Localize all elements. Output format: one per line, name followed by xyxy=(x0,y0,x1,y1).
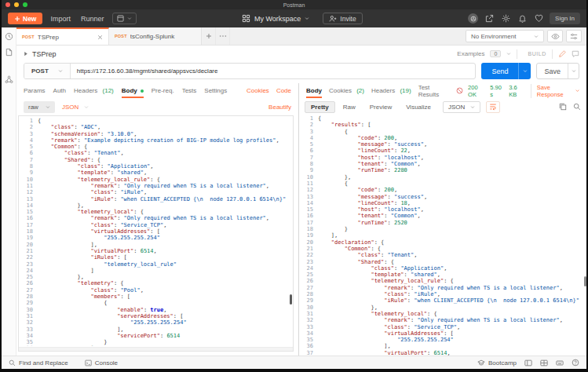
edit-pencil-icon[interactable] xyxy=(558,50,566,58)
invite-button[interactable]: Invite xyxy=(323,13,362,24)
tab-options-button[interactable] xyxy=(216,27,230,45)
tab-pre-request[interactable]: Pre-req. xyxy=(152,83,174,98)
response-language-selector[interactable]: JSON xyxy=(443,101,480,113)
workspace-switcher[interactable]: My Workspace xyxy=(242,14,309,23)
cookies-link[interactable]: Cookies xyxy=(247,87,269,94)
view-raw-button[interactable]: Raw xyxy=(337,101,362,113)
status-bar: Find and Replace Console Bootcamp xyxy=(2,356,586,369)
beautify-link[interactable]: Beautify xyxy=(268,104,291,111)
chevron-down-icon xyxy=(534,35,539,38)
request-body-editor[interactable]: 1{2 "class": "ADC",3 "schemaVersion": "3… xyxy=(18,115,294,352)
sync-satellite-icon[interactable] xyxy=(484,14,495,23)
favorites-heart-icon[interactable] xyxy=(533,14,544,23)
send-button[interactable]: Send xyxy=(481,63,518,79)
workspace-grid-icon xyxy=(242,14,250,23)
tab-test-results[interactable]: Test Results xyxy=(418,83,449,98)
new-button[interactable]: New xyxy=(8,13,42,24)
tab-auth[interactable]: Auth xyxy=(53,83,66,98)
code-line: 28 "members": [ xyxy=(19,294,290,300)
code-line: 4 "code": 200, xyxy=(299,135,583,141)
body-has-content-dot xyxy=(141,89,144,93)
code-line: 21 "virtualPort": 6514, xyxy=(19,248,290,254)
find-and-replace-button[interactable]: Find and Replace xyxy=(9,359,68,367)
two-pane-view-icon[interactable] xyxy=(540,359,548,367)
shortcuts-icon[interactable] xyxy=(556,359,564,367)
tab-headers[interactable]: Headers (12) xyxy=(74,83,114,98)
tab-response-headers[interactable]: Headers (19) xyxy=(371,83,411,98)
send-options-button[interactable] xyxy=(518,63,531,79)
view-pretty-button[interactable]: Pretty xyxy=(305,101,335,113)
view-preview-button[interactable]: Preview xyxy=(363,101,398,113)
code-line: 15 "host": "localhost", xyxy=(299,206,583,213)
ssl-warning-icon[interactable] xyxy=(456,87,463,94)
body-language-selector[interactable]: JSON xyxy=(62,104,89,111)
import-button[interactable]: Import xyxy=(48,15,73,23)
code-line: 18 "virtualAddresses": [ xyxy=(19,228,290,235)
chevron-down-icon xyxy=(506,52,511,56)
collapse-caret-icon[interactable] xyxy=(24,51,28,57)
graduation-cap-icon xyxy=(477,359,485,367)
tab-response-body[interactable]: Body xyxy=(306,83,322,98)
account-avatar[interactable] xyxy=(468,13,478,24)
save-response-button[interactable]: Save Response xyxy=(531,84,579,98)
code-line: 7 "host": "localhost", xyxy=(299,155,583,161)
code-link[interactable]: Code xyxy=(276,87,291,94)
collections-icon[interactable] xyxy=(5,48,13,57)
view-visualize-button[interactable]: Visualize xyxy=(400,101,437,113)
runner-button[interactable]: Runner xyxy=(79,15,107,23)
sign-in-button[interactable]: Sign In xyxy=(550,13,580,24)
settings-gear-icon[interactable] xyxy=(500,14,511,23)
save-options-button[interactable] xyxy=(568,64,579,78)
notifications-bell-icon[interactable] xyxy=(517,14,528,23)
comment-icon[interactable] xyxy=(572,50,579,58)
environment-selector[interactable]: No Environment xyxy=(466,30,544,42)
tab-settings[interactable]: Settings xyxy=(204,83,227,98)
response-view-toolbar: Pretty Raw Preview Visualize JSON xyxy=(299,98,586,115)
examples-label[interactable]: Examples xyxy=(457,50,484,57)
build-label[interactable]: BUILD xyxy=(528,51,546,57)
code-line: 11 { xyxy=(299,181,583,187)
code-line: 12 "code": 200, xyxy=(299,187,583,193)
method-selector[interactable]: POST xyxy=(24,64,71,78)
response-time: 5.90 s xyxy=(490,84,504,98)
tab-params[interactable]: Params xyxy=(24,83,46,98)
code-line: 9 "template": "shared", xyxy=(19,170,290,176)
code-line: 27 "class": "Pool", xyxy=(19,287,290,294)
tab-response-cookies[interactable]: Cookies (2) xyxy=(329,83,364,98)
chevron-down-icon xyxy=(305,16,309,20)
plus-icon xyxy=(206,33,212,39)
search-response-icon[interactable] xyxy=(573,103,581,111)
copy-response-icon[interactable] xyxy=(559,103,567,111)
save-button[interactable]: Save xyxy=(537,64,568,78)
code-line: 22 "iRules": [ xyxy=(19,254,290,261)
apis-network-icon[interactable] xyxy=(5,75,13,84)
code-line: 32 "remark": "Only required when TS is a… xyxy=(299,317,583,323)
body-mode-selector[interactable]: raw xyxy=(24,101,55,113)
wrap-text-icon[interactable] xyxy=(486,101,500,113)
tab-close-icon[interactable] xyxy=(97,35,103,40)
response-scrollbar-thumb[interactable] xyxy=(584,276,586,286)
code-line: 20 "declaration": { xyxy=(299,239,583,246)
code-line: 4 "remark": "Example depicting creation … xyxy=(19,137,290,144)
environment-settings-button[interactable] xyxy=(566,30,582,42)
code-line: 2 "class": "ADC", xyxy=(19,124,290,130)
single-pane-view-icon[interactable] xyxy=(524,359,532,367)
titlebar: Postman xyxy=(2,0,586,9)
tab-method: POST xyxy=(22,35,35,39)
open-new-window-button[interactable] xyxy=(112,13,137,24)
response-body-viewer[interactable]: 1{2 "results": [3 {4 "code": 200,5 "mess… xyxy=(299,115,586,356)
environment-quick-look-button[interactable] xyxy=(547,30,563,42)
tab-tsconfig-splunk[interactable]: POST tsConfig-Splunk xyxy=(109,27,202,45)
request-editor-scrollbar-thumb[interactable] xyxy=(290,294,292,305)
bootcamp-button[interactable]: Bootcamp xyxy=(477,359,517,367)
url-input[interactable]: https://172.16.60.38/mgmt/shared/appsvcs… xyxy=(71,64,476,78)
console-button[interactable]: Console xyxy=(85,359,118,367)
request-editor-horizontal-scrollbar[interactable] xyxy=(19,347,293,351)
new-tab-button[interactable] xyxy=(202,27,216,45)
tab-body[interactable]: Body xyxy=(122,83,144,98)
tab-tests[interactable]: Tests xyxy=(182,83,197,98)
code-line: 9 "runTime": 2280 xyxy=(299,167,583,173)
history-icon[interactable] xyxy=(5,32,13,41)
tab-tsprep[interactable]: POST TSPrep xyxy=(16,27,109,45)
help-icon[interactable] xyxy=(572,359,579,367)
